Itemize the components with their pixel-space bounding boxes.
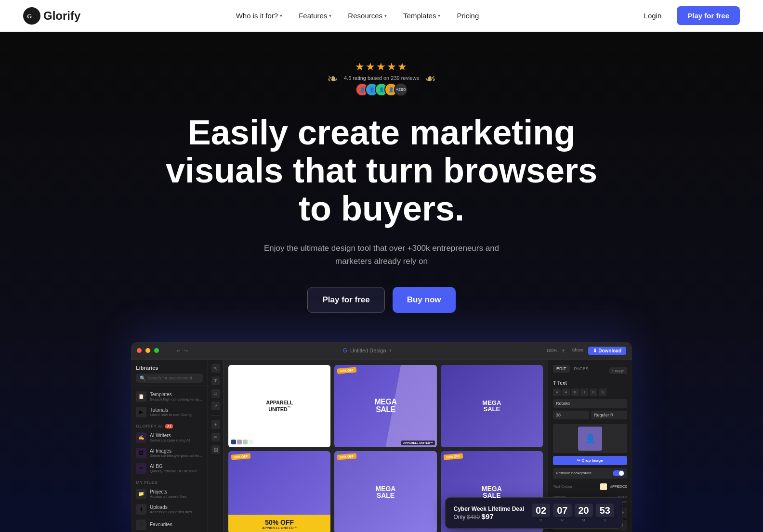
download-button[interactable]: ⬇ Download	[588, 347, 626, 355]
tab-pages[interactable]: PAGES	[571, 365, 592, 373]
logo-text: Glorify	[43, 9, 80, 23]
nav-who[interactable]: Who is it for? ▾	[229, 8, 289, 24]
image-preview: 👤	[553, 424, 627, 453]
play-for-free-nav-button[interactable]: Play for free	[677, 6, 740, 25]
text-color-swatch[interactable]	[600, 483, 607, 490]
image-section: 👤 ✂ Crop Image Remove background	[553, 424, 627, 479]
sidebar-item-favourites[interactable]: ♡ Favourites	[131, 517, 208, 532]
color-swatch-dark-blue	[231, 440, 236, 444]
canvas-card-mega-sale-2[interactable]: MEGASALE	[441, 365, 543, 447]
sidebar-item-projects[interactable]: 📁 Projects Access all saved files	[131, 486, 208, 502]
sidebar-item-templates[interactable]: 📋 Templates Search high converting temp.…	[131, 389, 208, 404]
font-field: Roboto	[553, 399, 627, 408]
ai-section-header: GLORIFY AI AI	[131, 420, 208, 430]
italic-icon[interactable]: I	[580, 389, 588, 396]
logo[interactable]: G Glorify	[23, 7, 80, 25]
chevron-down-icon: ▾	[389, 348, 392, 353]
hero-subtext: Enjoy the ultimate design tool that over…	[261, 242, 502, 268]
chevron-down-icon: ▾	[280, 13, 282, 18]
remove-bg-label: Remove background	[556, 471, 592, 475]
plus-icon: +	[561, 347, 565, 354]
design-title: Untitled Design	[350, 348, 386, 353]
text-format-icons: ≡ ≡ B I U S	[553, 389, 627, 396]
text-color-value: #FFEDC0	[610, 484, 627, 489]
select-tool[interactable]: ↖	[211, 364, 220, 373]
shape-tool[interactable]: □	[211, 389, 220, 398]
sale-badge-2: 50% OFF	[231, 453, 251, 460]
tool-strip: ↖ T □ ↗ + ✏ 🖼	[208, 360, 224, 532]
seconds-value: 53	[596, 504, 614, 517]
align-center-icon[interactable]: ≡	[562, 389, 570, 396]
font-size-input[interactable]: 38	[553, 411, 589, 419]
nav-templates-label: Templates	[403, 12, 436, 20]
canvas-card-mega-sale-main[interactable]: 50% OFF MEGASALE APPARELL UNITED™	[334, 365, 436, 447]
add-tool[interactable]: +	[211, 420, 220, 429]
nav-templates[interactable]: Templates ▾	[396, 8, 447, 24]
timer-days: 02 D	[532, 504, 550, 522]
maximize-dot	[154, 348, 159, 353]
ai-images-icon: 🖼	[136, 448, 146, 458]
sale-badge-4: 50% OFF	[443, 453, 463, 460]
brand-tag: APPARELL UNITED™	[401, 441, 435, 445]
login-button[interactable]: Login	[634, 7, 671, 25]
fifty-off-banner: 50% OFF APPARELL UNITED™	[228, 515, 330, 532]
canvas-card-50off[interactable]: 50% OFF 50% OFF APPARELL UNITED™	[228, 451, 330, 532]
hero-cta-buttons: Play for free Buy now	[307, 287, 455, 313]
star-icons: ★★★★★	[355, 61, 408, 73]
nav-links: Who is it for? ▾ Features ▾ Resources ▾ …	[229, 8, 486, 24]
tab-edit[interactable]: EDIT	[553, 365, 570, 373]
remove-bg-toggle[interactable]	[613, 470, 624, 476]
sidebar-item-ai-bg[interactable]: ✂ AI BG Quickly remove BG at scale	[131, 461, 208, 476]
font-weight-input[interactable]: Regular R	[591, 411, 627, 419]
nav-who-label: Who is it for?	[236, 12, 278, 20]
sale-badge: 50% OFF	[337, 367, 357, 374]
nav-pricing[interactable]: Pricing	[450, 8, 486, 24]
rating-badge: ❧ ★★★★★ 4.6 rating based on 239 reviews …	[327, 61, 436, 96]
timer-minutes: 20 M	[575, 504, 593, 522]
nav-features[interactable]: Features ▾	[292, 8, 338, 24]
fifty-off-text: 50% OFF	[232, 519, 327, 526]
font-input[interactable]: Roboto	[553, 399, 627, 408]
app-sidebar: Libraries 🔍 Search for any element 📋 Tem…	[131, 360, 208, 532]
play-for-free-hero-button[interactable]: Play for free	[307, 287, 384, 313]
mega-sale-text: MEGASALE	[374, 398, 396, 414]
arrow-tool[interactable]: ↗	[211, 402, 220, 410]
hours-label: H	[561, 518, 564, 522]
image-tool[interactable]: 🖼	[211, 445, 220, 454]
canvas-card-apparel[interactable]: APPARELLUNITED™	[228, 365, 330, 447]
brand-name: APPARELLUNITED™	[266, 400, 293, 412]
cyber-week-banner[interactable]: Cyber Week Lifetime Deal Only $480 $97 0…	[445, 497, 622, 529]
strike-icon[interactable]: S	[599, 389, 606, 396]
app-topbar: ↩ ↪ G Untitled Design ▾ 100% + Share ⬇ D…	[131, 342, 632, 360]
crop-image-button[interactable]: ✂ Crop Image	[553, 456, 627, 465]
ai-bg-icon: ✂	[136, 463, 146, 474]
buy-now-button[interactable]: Buy now	[393, 287, 456, 313]
pencil-tool[interactable]: ✏	[211, 433, 220, 441]
align-left-icon[interactable]: ≡	[553, 389, 561, 396]
sidebar-search[interactable]: 🔍 Search for any element	[136, 374, 203, 383]
nav-resources-label: Resources	[348, 12, 382, 20]
zoom-level: 100%	[546, 348, 557, 353]
laurel-left-icon: ❧	[327, 71, 338, 87]
mega-6-text: MEGASALE	[482, 485, 502, 499]
bold-icon[interactable]: B	[571, 389, 579, 396]
nav-resources[interactable]: Resources ▾	[341, 8, 394, 24]
files-section-header: MY FILES	[131, 476, 208, 486]
color-swatch-light-purple	[237, 440, 242, 444]
sidebar-item-uploads[interactable]: ⬆ Uploads Access all uploaded files	[131, 502, 208, 517]
nav-pricing-label: Pricing	[457, 12, 479, 20]
text-tool[interactable]: T	[211, 376, 220, 385]
underline-icon[interactable]: U	[590, 389, 597, 396]
canvas-card-mega-5[interactable]: 50% OFF MEGASALE	[334, 451, 436, 532]
cyber-price: Only $480 $97	[453, 512, 524, 520]
navbar: G Glorify Who is it for? ▾ Features ▾ Re…	[0, 0, 763, 32]
days-value: 02	[532, 504, 550, 517]
share-button[interactable]: Share	[569, 347, 586, 355]
sidebar-item-ai-writers[interactable]: ✍ AI Writers Generate copy using AI	[131, 430, 208, 445]
text-section: T Text ≡ ≡ B I U S Roboto	[553, 380, 627, 419]
sidebar-item-tutorials[interactable]: ▶ Tutorials Learn how to use Glorify	[131, 404, 208, 420]
app-mockup: ↩ ↪ G Untitled Design ▾ 100% + Share ⬇ D…	[131, 342, 632, 532]
remove-background-button[interactable]: Remove background	[553, 468, 627, 479]
sidebar-item-ai-images[interactable]: 🖼 AI Images Generate lifestyle product i…	[131, 445, 208, 461]
current-price: $97	[482, 512, 494, 520]
